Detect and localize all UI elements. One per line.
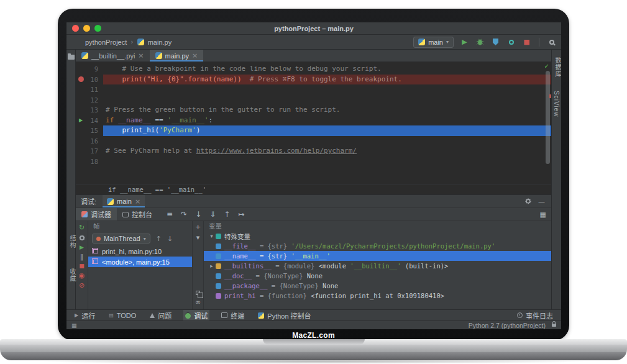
settings-icon[interactable]: [78, 234, 86, 242]
tab-debugger[interactable]: 调试器: [76, 208, 117, 221]
variable-row[interactable]: __package__ = {NoneType} None: [204, 281, 551, 291]
editor-line[interactable]: 16: [76, 136, 551, 147]
variable-row[interactable]: ▾特殊变量: [204, 231, 551, 241]
coverage-button[interactable]: [491, 37, 500, 47]
breadcrumb-project[interactable]: pythonProject: [85, 39, 127, 46]
debug-button[interactable]: [475, 37, 485, 47]
add-icon[interactable]: +: [195, 224, 201, 230]
variable-row[interactable]: __name__ = {str} '__main__': [204, 251, 551, 261]
debug-session-tab[interactable]: main ×: [103, 195, 145, 207]
zoom-window-button[interactable]: [94, 25, 101, 32]
line-gutter[interactable]: 9: [76, 64, 103, 75]
editor-line[interactable]: 15 print_hi('PyCharm'): [76, 125, 551, 136]
pause-icon[interactable]: ‖: [80, 253, 84, 260]
close-icon[interactable]: ×: [192, 52, 198, 60]
line-gutter[interactable]: 15: [76, 125, 103, 136]
run-config-selector[interactable]: main ▾: [413, 37, 454, 48]
close-icon[interactable]: ×: [138, 52, 144, 60]
thread-selector[interactable]: MainThread ▾: [92, 234, 150, 243]
editor-line[interactable]: 9 # Use a breakpoint in the code line be…: [76, 64, 551, 75]
thread-row: MainThread ▾ ↑ ↓: [88, 231, 192, 246]
variable-segment: <function print_hi at 0x109180410>: [311, 292, 444, 299]
line-gutter[interactable]: 18: [76, 157, 103, 167]
evaluate-icon[interactable]: ∞: [195, 299, 201, 306]
variable-row[interactable]: __file__ = {str} '/Users/maczl/PycharmPr…: [204, 241, 551, 251]
hide-panel-icon[interactable]: —: [538, 198, 545, 206]
next-frame-icon[interactable]: ↓: [167, 235, 173, 243]
step-out-icon[interactable]: ↑: [224, 211, 230, 218]
interpreter-label[interactable]: Python 2.7 (pythonProject): [469, 322, 546, 329]
step-over-icon[interactable]: ↷: [181, 211, 187, 218]
resume-icon[interactable]: ▶: [80, 245, 84, 250]
editor-line[interactable]: 18: [76, 157, 551, 167]
frame-row[interactable]: <module>, main.py:15: [88, 257, 192, 267]
toolwindow-button-python[interactable]: Python 控制台: [256, 310, 313, 321]
editor-line[interactable]: 11: [76, 84, 551, 95]
lock-icon[interactable]: [552, 324, 556, 327]
frame-row[interactable]: print_hi, main.py:10: [88, 246, 192, 257]
toolwindow-button-run[interactable]: ▶运行: [73, 310, 97, 321]
line-gutter[interactable]: 17: [76, 146, 103, 157]
copy-icon[interactable]: [196, 291, 200, 295]
search-everywhere-button[interactable]: [547, 37, 556, 47]
project-tool-icon[interactable]: [68, 55, 75, 60]
line-gutter[interactable]: 12: [76, 95, 103, 106]
stop-icon[interactable]: ■: [79, 263, 85, 269]
profiler-button[interactable]: [506, 37, 516, 47]
tab-builtin-pyi[interactable]: __builtin__.pyi ×: [76, 50, 150, 61]
database-tool-button[interactable]: 数据库: [553, 57, 561, 78]
favorites-tool-button[interactable]: 收藏: [68, 268, 77, 282]
variable-row[interactable]: print_hi = {function} <function print_hi…: [204, 291, 551, 301]
tab-main-py[interactable]: main.py ×: [150, 50, 204, 61]
editor-line[interactable]: 10 print("Hi, {0}".format(name)) # Press…: [76, 75, 551, 85]
editor-line[interactable]: ▶14if __name__ == '__main__':: [76, 116, 551, 126]
force-step-into-icon[interactable]: ⇓: [209, 211, 216, 218]
run-icon[interactable]: ▶: [76, 116, 86, 126]
code-editor[interactable]: 9 # Use a breakpoint in the code line be…: [76, 62, 551, 184]
breadcrumb-file[interactable]: main.py: [148, 39, 172, 46]
mute-breakpoints-icon[interactable]: ⊘: [79, 282, 85, 289]
line-number: 16: [86, 136, 103, 147]
minimize-window-button[interactable]: [83, 25, 90, 32]
tree-toggle-icon[interactable]: ▾: [208, 233, 216, 239]
tool-windows-icon[interactable]: ▦: [71, 322, 77, 329]
settings-gear-icon[interactable]: [524, 198, 532, 205]
step-into-icon[interactable]: ↓: [195, 211, 201, 218]
line-gutter[interactable]: 11: [76, 84, 103, 95]
previous-frame-icon[interactable]: ↑: [156, 235, 162, 243]
sciview-tool-button[interactable]: SciView: [553, 91, 560, 117]
line-gutter[interactable]: 13: [76, 105, 103, 116]
editor-line[interactable]: 12: [76, 95, 551, 106]
stop-button[interactable]: ■: [522, 37, 531, 47]
tree-toggle-icon[interactable]: ▸: [208, 263, 216, 269]
variable-row[interactable]: __doc__ = {NoneType} None: [204, 271, 551, 281]
line-gutter[interactable]: 16: [76, 136, 103, 147]
settings-menu-icon[interactable]: ≡: [167, 211, 173, 218]
toolwindow-button-debug[interactable]: 调试: [183, 310, 209, 321]
layout-icon[interactable]: ▦: [540, 211, 546, 219]
close-icon[interactable]: ×: [135, 198, 140, 206]
variable-row[interactable]: ▸__builtins__ = {module} <module '__buil…: [204, 261, 551, 271]
run-to-cursor-icon[interactable]: ↦: [238, 211, 244, 218]
editor-scrollbar[interactable]: [546, 71, 550, 164]
editor-line[interactable]: 13# Press the green button in the gutter…: [76, 105, 551, 116]
breakpoint-icon[interactable]: [76, 75, 86, 85]
run-button[interactable]: ▶: [460, 37, 469, 47]
structure-tool-button[interactable]: 结构: [68, 235, 77, 248]
rerun-icon[interactable]: ↻: [79, 224, 85, 231]
toolwindow-button-terminal[interactable]: 终端: [219, 310, 246, 321]
close-window-button[interactable]: [72, 25, 79, 32]
toolwindow-button-event-log[interactable]: 事件日志: [515, 311, 555, 321]
variables-panel: 变量 ▾特殊变量__file__ = {str} '/Users/maczl/P…: [204, 221, 551, 309]
collapse-icon[interactable]: ▾: [196, 234, 200, 241]
inspection-ok-icon[interactable]: ✓: [544, 63, 549, 70]
view-breakpoints-icon[interactable]: ◉: [79, 272, 85, 279]
toolwindow-button-todo[interactable]: ▤TODO: [107, 310, 138, 321]
editor-line[interactable]: 17# See PyCharm help at https://www.jetb…: [76, 146, 551, 157]
line-gutter[interactable]: 10: [76, 75, 103, 85]
tab-console[interactable]: 控制台: [117, 208, 158, 221]
line-number: 10: [86, 75, 103, 85]
toolwindow-button-problems[interactable]: 问题: [148, 310, 173, 321]
editor-breadcrumb-bar[interactable]: if __name__ == '__main__': [76, 184, 551, 194]
line-gutter[interactable]: ▶14: [76, 116, 103, 126]
